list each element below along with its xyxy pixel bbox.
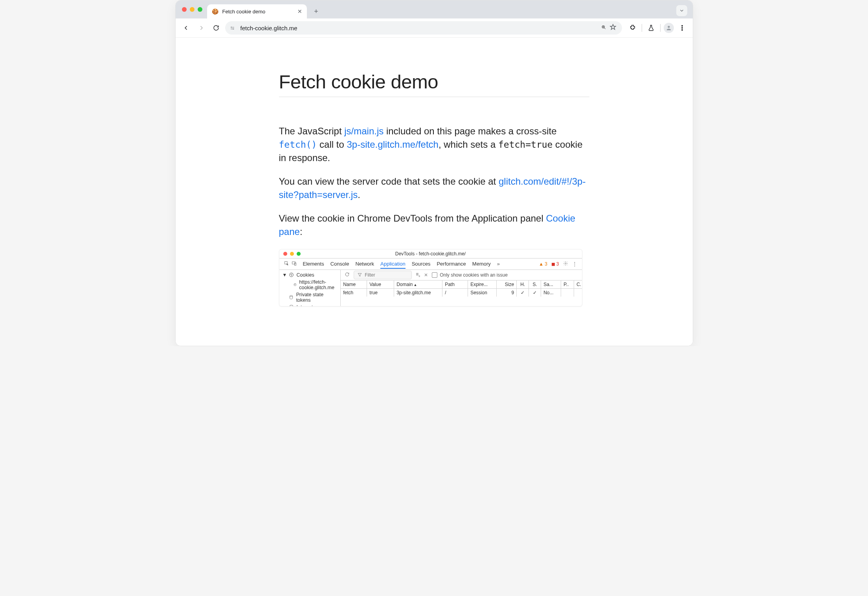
favicon-icon: 🍪: [212, 9, 218, 14]
th-httponly[interactable]: H.: [517, 281, 529, 288]
refresh-icon[interactable]: [345, 272, 350, 278]
th-samesite[interactable]: Sa...: [541, 281, 561, 288]
devtools-title: DevTools - fetch-cookie.glitch.me/: [279, 251, 582, 257]
filter-input[interactable]: Filter: [354, 271, 412, 279]
tab-memory[interactable]: Memory: [472, 261, 491, 267]
zoom-icon[interactable]: [601, 24, 606, 31]
svg-point-5: [681, 28, 682, 28]
th-cross[interactable]: C.: [574, 281, 582, 288]
tab-strip: 🍪 Fetch cookie demo ✕ +: [176, 0, 693, 18]
svg-point-0: [231, 27, 231, 28]
svg-point-11: [289, 273, 293, 277]
code-fetch-true: fetch=true: [498, 139, 552, 150]
svg-point-3: [668, 26, 670, 28]
close-window-button[interactable]: [182, 7, 187, 12]
th-partition[interactable]: P..: [561, 281, 574, 288]
page-title: Fetch cookie demo: [279, 71, 589, 93]
devtools-screenshot: DevTools - fetch-cookie.glitch.me/ Eleme…: [279, 249, 582, 306]
cookies-toolbar: Filter ≡x ✕ Only show cookies with an is…: [341, 270, 582, 281]
labs-icon[interactable]: [645, 22, 657, 34]
svg-point-18: [290, 295, 292, 297]
inspect-icon[interactable]: [284, 261, 289, 267]
cookies-table: Name Value Domain▲ Path Expire... Size H…: [341, 281, 582, 306]
tab-console[interactable]: Console: [330, 261, 349, 267]
paragraph-2: You can view the server code that sets t…: [279, 175, 589, 202]
clear-all-icon[interactable]: ✕: [424, 272, 428, 278]
minimize-window-button[interactable]: [190, 7, 195, 12]
url-text: fetch-cookie.glitch.me: [240, 25, 297, 31]
link-3p-fetch[interactable]: 3p-site.glitch.me/fetch: [347, 139, 438, 150]
page-content: Fetch cookie demo The JavaScript js/main…: [176, 38, 693, 346]
bookmark-star-icon[interactable]: [609, 24, 617, 32]
link-mainjs[interactable]: js/main.js: [344, 126, 384, 136]
svg-point-4: [681, 26, 682, 26]
th-domain[interactable]: Domain▲: [394, 281, 442, 288]
filter-placeholder: Filter: [365, 272, 375, 278]
th-expires[interactable]: Expire...: [468, 281, 497, 288]
svg-point-10: [565, 262, 566, 264]
settings-icon[interactable]: [563, 261, 568, 267]
paragraph-1: The JavaScript js/main.js included on th…: [279, 125, 589, 165]
sidebar-interest-groups[interactable]: Interest groups: [279, 304, 341, 306]
toolbar: fetch-cookie.glitch.me: [176, 18, 693, 38]
divider: [642, 24, 642, 32]
th-value[interactable]: Value: [367, 281, 394, 288]
new-tab-button[interactable]: +: [311, 6, 322, 17]
tab-title: Fetch cookie demo: [222, 9, 266, 15]
th-path[interactable]: Path: [442, 281, 468, 288]
svg-point-13: [292, 274, 292, 274]
clear-filter-icon[interactable]: ≡x: [416, 271, 420, 278]
paragraph-3: View the cookie in Chrome DevTools from …: [279, 212, 589, 238]
browser-tab[interactable]: 🍪 Fetch cookie demo ✕: [207, 4, 307, 18]
browser-window: 🍪 Fetch cookie demo ✕ + fetch-cookie.gli…: [175, 0, 693, 346]
warning-badge[interactable]: ▲ 3: [539, 261, 547, 267]
site-settings-icon[interactable]: [228, 25, 237, 31]
svg-point-6: [681, 29, 682, 30]
error-badge[interactable]: ◼ 3: [551, 261, 559, 267]
svg-point-17: [295, 284, 295, 284]
tab-application[interactable]: Application: [380, 261, 406, 269]
th-name[interactable]: Name: [341, 281, 367, 288]
profile-avatar[interactable]: [664, 23, 674, 33]
devtools-sidebar: ▶Cookies https://fetch-cookie.glitch.me …: [279, 270, 341, 306]
svg-point-1: [233, 28, 233, 29]
table-header: Name Value Domain▲ Path Expire... Size H…: [341, 281, 582, 289]
device-icon[interactable]: [292, 261, 297, 267]
heading-rule: [279, 97, 589, 97]
svg-point-16: [294, 284, 295, 285]
th-size[interactable]: Size: [497, 281, 517, 288]
devtools-tabs: Elements Console Network Application Sou…: [279, 258, 582, 270]
tab-close-button[interactable]: ✕: [297, 8, 302, 15]
only-issues-checkbox[interactable]: [432, 272, 437, 278]
devtools-titlebar: DevTools - fetch-cookie.glitch.me/: [279, 249, 582, 258]
tab-performance[interactable]: Performance: [437, 261, 466, 267]
reload-button[interactable]: [210, 22, 222, 34]
tab-elements[interactable]: Elements: [303, 261, 324, 267]
only-issues-label: Only show cookies with an issue: [440, 272, 508, 278]
back-button[interactable]: [180, 22, 192, 34]
window-controls: [181, 0, 205, 18]
svg-point-14: [291, 275, 292, 276]
divider: [660, 24, 661, 32]
tabs-dropdown-button[interactable]: [676, 5, 687, 16]
code-fetch[interactable]: fetch(): [279, 139, 317, 150]
forward-button[interactable]: [195, 22, 207, 34]
tab-sources[interactable]: Sources: [412, 261, 431, 267]
svg-point-19: [290, 305, 293, 306]
svg-point-12: [290, 274, 291, 275]
th-secure[interactable]: S.: [529, 281, 541, 288]
sidebar-cookie-origin[interactable]: https://fetch-cookie.glitch.me: [279, 279, 341, 291]
svg-point-15: [294, 284, 296, 286]
devtools-main: Filter ≡x ✕ Only show cookies with an is…: [341, 270, 582, 306]
maximize-window-button[interactable]: [198, 7, 202, 12]
tabs-overflow-icon[interactable]: »: [497, 261, 500, 267]
sidebar-cookies[interactable]: ▶Cookies: [279, 271, 341, 279]
extensions-icon[interactable]: [627, 22, 639, 34]
address-bar[interactable]: fetch-cookie.glitch.me: [225, 21, 622, 35]
tab-network[interactable]: Network: [355, 261, 374, 267]
sidebar-private-state-tokens[interactable]: Private state tokens: [279, 291, 341, 304]
table-row[interactable]: fetch true 3p-site.glitch.me / Session 9…: [341, 289, 582, 297]
chrome-menu-button[interactable]: [676, 22, 688, 34]
devtools-menu-icon[interactable]: ⋮: [572, 261, 577, 267]
